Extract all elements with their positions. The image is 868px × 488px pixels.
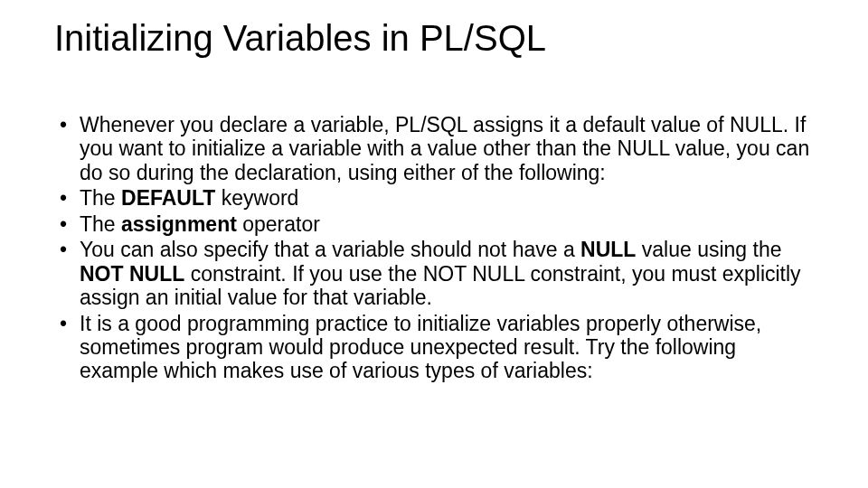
list-item: The assignment operator bbox=[60, 212, 814, 236]
list-item: The DEFAULT keyword bbox=[60, 186, 814, 210]
list-item: It is a good programming practice to ini… bbox=[60, 312, 814, 383]
slide: Initializing Variables in PL/SQL Wheneve… bbox=[0, 0, 868, 488]
bullet-list: Whenever you declare a variable, PL/SQL … bbox=[60, 113, 814, 383]
list-item: You can also specify that a variable sho… bbox=[60, 238, 814, 309]
list-item: Whenever you declare a variable, PL/SQL … bbox=[60, 113, 814, 184]
slide-title: Initializing Variables in PL/SQL bbox=[54, 18, 814, 59]
